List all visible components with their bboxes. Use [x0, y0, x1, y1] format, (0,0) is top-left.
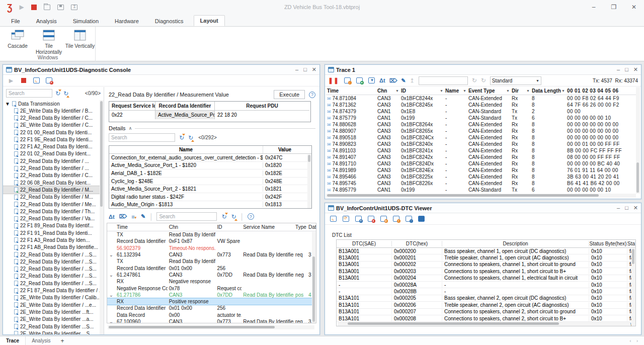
- dtc-horizontal-scrollbar[interactable]: [338, 322, 630, 326]
- trace-column-header[interactable]: ID▼: [400, 88, 444, 94]
- dtc-row[interactable]: -0x00028B-0x10fals: [337, 288, 635, 295]
- tree-item[interactable]: 2E_Write Data By Identifier ...a...: [3, 316, 100, 323]
- dtc-row[interactable]: B13A0010x000203Connections to speakers, …: [337, 268, 635, 275]
- log-row[interactable]: TXRead Data By Identifi...: [107, 231, 316, 238]
- tab-analysis[interactable]: Analysis: [26, 336, 56, 345]
- dtc-vertical-scrollbar[interactable]: [631, 248, 635, 326]
- start-button[interactable]: ▶: [19, 4, 24, 11]
- log-row[interactable]: RXPositive response: [107, 298, 316, 305]
- tree-item[interactable]: 22_Read Data By Identifier / ...S...: [3, 266, 100, 273]
- log-column-header[interactable]: Time: [115, 224, 168, 230]
- insert-log-icon[interactable]: ↓: [343, 77, 351, 84]
- trace-row[interactable]: ✉74.890823CAN30x1BFC8240x-CAN-ExtendedRx…: [326, 141, 636, 147]
- trace-row[interactable]: ✉74.895779CAN10x199-CAN-StandardTx600 00…: [326, 187, 636, 193]
- trace-maximize-button[interactable]: □: [625, 67, 628, 72]
- log-row[interactable]: Record Data Identifier0xF1 0x87VW Spare …: [107, 238, 316, 244]
- delta-time-icon[interactable]: Δt: [109, 214, 115, 220]
- log-column-header[interactable]: ID: [215, 224, 242, 230]
- menu-tab-simulation[interactable]: Simulation: [67, 16, 105, 26]
- details-row[interactable]: Digital radio tuner status - $242F0x242F: [109, 193, 311, 201]
- tree-item[interactable]: 22 F1 91_Read Data By Identi...: [3, 229, 100, 236]
- filter-icon[interactable]: ▼: [367, 77, 375, 84]
- dtc-row[interactable]: B13A0010x000201Treble speaker, channel 1…: [337, 254, 635, 261]
- log-column-header[interactable]: Service Name: [242, 224, 294, 230]
- dtc-titlebar[interactable]: BV_InforContrUnit1UDS-DTC Viewer – □ ✕: [325, 203, 641, 213]
- execute-button[interactable]: Execute: [274, 90, 305, 99]
- log-search-up-icon[interactable]: ↻: [221, 213, 226, 220]
- console-stop-button[interactable]: [20, 77, 28, 84]
- export-project-icon[interactable]: [71, 5, 77, 10]
- tree-item[interactable]: 22_Read Data By Identifier / C...: [3, 172, 100, 179]
- dtc-column-header[interactable]: DTC(SAE): [337, 241, 392, 246]
- menu-tab-hardware[interactable]: Hardware: [109, 16, 145, 26]
- trace-column-header[interactable]: Dir▼: [511, 88, 531, 94]
- tree-item[interactable]: 22_Read Data By Identifier / Va...: [3, 215, 100, 222]
- details-row[interactable]: Cyclic_log - $248E0x248E: [109, 178, 311, 186]
- log-row[interactable]: ⌄61.271786CAN30x7DDRead Data By Identifi…: [107, 292, 316, 298]
- tree-item[interactable]: 22_Read Data By Identifier / ...: [3, 164, 100, 171]
- tree-item[interactable]: 22_Read Data By Identifier / ...S...: [3, 273, 100, 280]
- log-expand-icon[interactable]: ⌄: [107, 252, 115, 257]
- details-row[interactable]: Active_Media_Source_Port_1 - $18200x1820: [109, 162, 311, 170]
- log-row[interactable]: TXRead Data By Identifi...: [107, 258, 316, 265]
- log-search-input[interactable]: Search: [156, 212, 217, 221]
- column-filter-icon[interactable]: ▼: [395, 89, 399, 93]
- dtc-row[interactable]: B13A0010x000200Bass speaker, channel 1, …: [337, 248, 635, 254]
- stop-button[interactable]: [31, 5, 37, 10]
- tree-item[interactable]: 22 F1 87_Read Data By Identifier / ...: [3, 287, 100, 294]
- trace-column-header[interactable]: Event Type▼: [467, 88, 511, 94]
- trace-search-up-icon[interactable]: ↻: [472, 77, 477, 84]
- log-vertical-scrollbar[interactable]: [312, 232, 316, 323]
- tree-item[interactable]: 2E_Write Data By Identifier / B...: [3, 107, 100, 114]
- dtc-row[interactable]: B13A1010x000205Bass speaker, channel 2, …: [337, 295, 635, 302]
- log-expand-icon[interactable]: ⌄: [107, 272, 115, 278]
- app-restore-button[interactable]: ❐: [604, 0, 624, 14]
- dtc-row[interactable]: B13A1010x000207Connections to speakers, …: [337, 309, 635, 315]
- save-project-icon[interactable]: [57, 5, 64, 10]
- dtc-table-icon[interactable]: [417, 215, 425, 222]
- trace-search-down-icon[interactable]: ↻: [481, 77, 486, 84]
- log-column-header[interactable]: Type: [294, 224, 307, 230]
- log-row[interactable]: Negative Response Code0x78Request co...: [107, 285, 316, 291]
- trace-export-icon[interactable]: ↥: [410, 77, 414, 84]
- log-row[interactable]: Record Data Identifier0x01 0x00256: [107, 305, 316, 311]
- console-maximize-button[interactable]: □: [303, 67, 307, 72]
- menu-tab-analysis[interactable]: Analysis: [30, 16, 63, 26]
- details-row[interactable]: Connection_for_external_audio_sources_ov…: [109, 154, 311, 162]
- tree-root-item[interactable]: ▼Data Transmission: [3, 100, 100, 107]
- dtc-refresh-icon[interactable]: ⟳: [342, 215, 350, 222]
- log-row[interactable]: ⌄61.247861CAN30x7DDRead Data By Identifi…: [107, 272, 316, 278]
- trace-row[interactable]: ✉74.891710CAN30x1BFC824Dx-CAN-ExtendedRx…: [326, 160, 636, 167]
- edit-log-icon[interactable]: ✎: [141, 213, 145, 220]
- tile-horizontally-button[interactable]: Tile Horizontally: [33, 30, 64, 55]
- trace-delta-time-icon[interactable]: Δt: [379, 77, 385, 83]
- log-details-icon[interactable]: ●: [355, 77, 363, 84]
- tree-item[interactable]: 22_Read Data By Identifier / ...S...: [3, 251, 100, 258]
- column-filter-icon[interactable]: ▼: [506, 89, 510, 93]
- trace-row[interactable]: ✉74.891407CAN30x1BFC8242x-CAN-ExtendedRx…: [326, 154, 636, 160]
- log-column-header[interactable]: Dat: [307, 224, 316, 230]
- trace-column-header[interactable]: Time: [326, 88, 376, 94]
- dtc-row[interactable]: -0x00028A-0x10fals: [337, 282, 635, 288]
- tree-item[interactable]: 22 F1 A3_Read Data By Iden...: [3, 236, 100, 243]
- log-row[interactable]: Record Data Identifier0x01 0x00256: [107, 265, 316, 271]
- trace-row[interactable]: ✉74.891103CAN30x1BFC8241x-CAN-ExtendedRx…: [326, 147, 636, 154]
- console-measurement-window-icon[interactable]: ∿: [32, 77, 40, 84]
- tree-item[interactable]: 2E_Write Data By Identifier / Calib...: [3, 294, 100, 301]
- tree-search-input[interactable]: Search: [6, 89, 52, 98]
- dtc-measurement-icon[interactable]: ∿: [329, 215, 337, 222]
- tree-item[interactable]: 2E_Write Data By Identifier / C...: [3, 122, 100, 129]
- dtc-column-header[interactable]: DTC(hex): [392, 241, 442, 246]
- cascade-button[interactable]: Cascade: [2, 30, 33, 49]
- tree-item[interactable]: 2E_Write Data By Identifier ...ft...: [3, 308, 100, 315]
- tree-item[interactable]: 22_Read Data By Identifier ...S...: [3, 323, 100, 330]
- trace-edit-icon[interactable]: ✎: [401, 77, 406, 84]
- open-project-icon[interactable]: [44, 5, 50, 10]
- log-expand-icon[interactable]: ⌄: [107, 319, 115, 323]
- trace-row[interactable]: ✉74.875779CAN10x199-CAN-StandardTx600 00…: [326, 115, 636, 121]
- tab-scroll-arrows[interactable]: ‹ ›: [630, 338, 644, 343]
- trace-row[interactable]: ✉74.895466CAN30x1BFC8225x-CAN-ExtendedRx…: [326, 174, 636, 180]
- trace-column-header[interactable]: Data Length▼: [531, 88, 566, 94]
- trace-horizontal-scrollbar[interactable]: [326, 194, 636, 198]
- tab-trace[interactable]: Trace: [0, 336, 26, 345]
